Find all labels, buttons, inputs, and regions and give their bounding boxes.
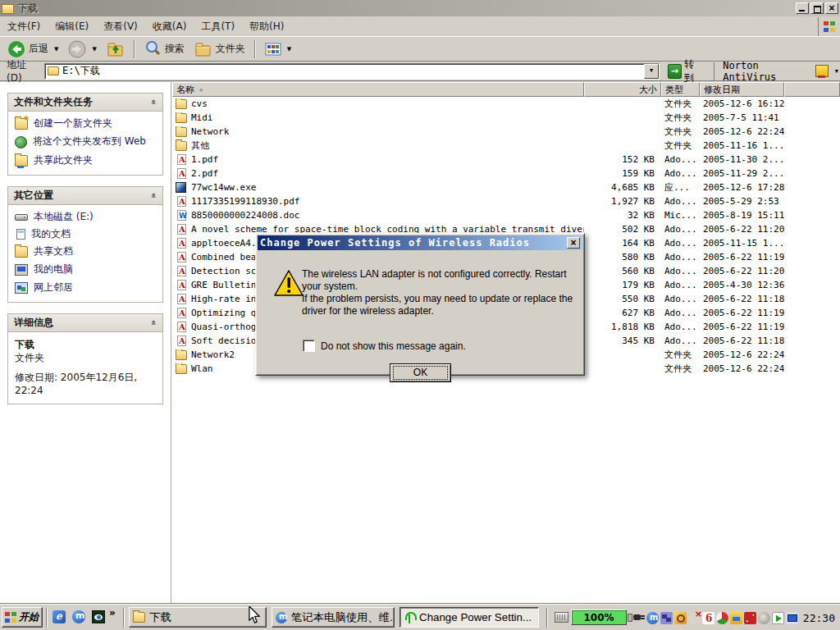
folders-button[interactable]: 文件夹 xyxy=(190,39,249,59)
task-button-2[interactable]: 笔记本电脑使用、维... xyxy=(272,607,395,628)
norton-antivirus-toolbar[interactable]: Norton AntiVirus xyxy=(714,62,838,80)
file-row[interactable]: 1.pdf152 KBAdo...2005-11-30 2... xyxy=(172,153,840,167)
network-connection-tray-icon[interactable] xyxy=(786,612,798,624)
file-row[interactable]: Network文件夹2005-12-6 22:24 xyxy=(172,125,840,139)
norton-dropdown-icon[interactable] xyxy=(833,66,838,77)
menu-item[interactable]: 查看(V) xyxy=(96,17,145,36)
column-header-date[interactable]: 修改日期 xyxy=(700,82,784,97)
column-header-filler xyxy=(784,82,840,97)
start-button[interactable]: 开始 xyxy=(2,607,43,628)
pdf-icon xyxy=(177,336,186,346)
forward-button[interactable] xyxy=(64,39,100,60)
restore-button[interactable] xyxy=(810,2,824,14)
search-tool-tray-icon[interactable] xyxy=(674,612,687,624)
pdf-icon xyxy=(177,266,186,276)
chevron-up-icon[interactable]: « xyxy=(148,193,159,199)
menu-item[interactable]: 编辑(E) xyxy=(48,17,96,36)
computer-icon xyxy=(15,264,28,276)
address-input[interactable]: E:\下载 ▼ xyxy=(44,63,660,80)
file-date: 2005-12-6 22:24 xyxy=(700,363,784,374)
battery-meter[interactable]: 100% xyxy=(571,609,627,625)
folders-icon xyxy=(194,41,212,57)
file-row[interactable]: Midi文件夹2005-7-5 11:41 xyxy=(172,111,840,125)
pdf-icon xyxy=(177,224,186,235)
sidebar-item-folder-new[interactable]: 创建一个新文件夹 xyxy=(15,117,158,130)
views-dropdown-icon[interactable] xyxy=(285,43,291,55)
file-row[interactable]: 其他文件夹2005-11-16 1... xyxy=(172,139,840,153)
back-button[interactable]: 后退 xyxy=(3,39,62,60)
menu-item[interactable]: 收藏(A) xyxy=(145,17,194,36)
pdf-icon xyxy=(177,154,186,165)
dialog-message-line1: The wireless LAN adapter is not configur… xyxy=(302,268,576,293)
sidebar-item-folder-share[interactable]: 共享此文件夹 xyxy=(15,154,158,167)
volume-tray-icon[interactable] xyxy=(758,612,770,624)
address-dropdown-button[interactable]: ▼ xyxy=(644,64,659,79)
sidebar-item-mydocs[interactable]: 我的文档 xyxy=(15,228,158,240)
dialog-close-button[interactable]: × xyxy=(567,237,580,249)
media-player-tray-icon[interactable] xyxy=(716,612,728,624)
file-name-cell: 2.pdf xyxy=(172,168,584,179)
chevron-up-icon[interactable]: « xyxy=(148,99,159,105)
window-titlebar[interactable]: 下载 xyxy=(0,0,840,16)
task-panel: 其它位置«本地磁盘 (E:)我的文档共享文档我的电脑网上邻居 xyxy=(7,186,163,303)
column-header-name[interactable]: 名称 xyxy=(172,82,584,97)
dialog-body: The wireless LAN adapter is not configur… xyxy=(256,252,584,373)
column-header-size[interactable]: 大小 xyxy=(584,82,661,97)
quick-launch-overflow-icon[interactable]: » xyxy=(109,607,116,619)
file-row[interactable]: 2.pdf159 KBAdo...2005-11-29 2... xyxy=(172,167,840,180)
quick-launch-mail[interactable] xyxy=(51,609,67,625)
toolbar: 后退 xyxy=(0,37,840,62)
file-size: 1,818 KB xyxy=(584,322,661,332)
close-button[interactable] xyxy=(825,2,838,14)
file-row[interactable]: 8850000000224008.doc32 KBMic...2005-8-19… xyxy=(172,208,840,222)
task-button-1[interactable]: 下载 xyxy=(129,607,267,628)
quick-launch-viewer[interactable] xyxy=(90,609,107,625)
views-button[interactable] xyxy=(261,40,295,58)
sidebar-item-globe[interactable]: 将这个文件夹发布到 Web xyxy=(15,135,158,148)
forward-dropdown-icon[interactable] xyxy=(89,43,96,55)
ok-button[interactable]: OK xyxy=(390,363,451,382)
sidebar-item-computer[interactable]: 我的电脑 xyxy=(15,263,158,276)
input-method-tray-icon[interactable] xyxy=(730,612,742,624)
file-size: 560 KB xyxy=(584,266,661,276)
sidebar-item-drive[interactable]: 本地磁盘 (E:) xyxy=(15,211,158,222)
quick-launch-maxthon[interactable] xyxy=(71,609,87,625)
task-panel-header[interactable]: 文件和文件夹任务« xyxy=(8,94,162,112)
sidebar-item-shareddocs[interactable]: 共享文档 xyxy=(15,245,158,258)
file-row[interactable]: 1117335199118930.pdf1,927 KBAdo...2005-5… xyxy=(172,194,840,208)
menu-item[interactable]: 帮助(H) xyxy=(242,17,291,36)
file-type: Ado... xyxy=(661,336,700,346)
views-icon xyxy=(265,42,281,57)
video-player-tray-icon[interactable] xyxy=(772,612,784,624)
keyboard-layout-icon[interactable] xyxy=(555,612,568,623)
pdf-icon xyxy=(177,294,186,304)
task-panel-header[interactable]: 其它位置« xyxy=(8,187,162,205)
sidebar-item-network[interactable]: 网上邻居 xyxy=(15,281,158,294)
task-button-3[interactable]: Change Power Settin... xyxy=(399,607,539,628)
minimize-button[interactable] xyxy=(796,2,809,14)
menu-item[interactable]: 工具(T) xyxy=(194,17,242,36)
task-panel-header[interactable]: 详细信息« xyxy=(8,314,162,332)
back-dropdown-icon[interactable] xyxy=(52,43,58,55)
network-places-tray-icon[interactable] xyxy=(660,612,673,624)
mouse-disabled-tray-icon[interactable] xyxy=(688,612,701,624)
file-date: 2005-6-22 11:19 xyxy=(700,252,784,262)
battery-percent: 100% xyxy=(583,612,614,623)
column-header-type[interactable]: 类型 xyxy=(661,82,700,97)
dont-show-again-checkbox[interactable] xyxy=(303,340,315,352)
file-date: 2005-4-30 12:36 xyxy=(700,280,784,290)
file-row[interactable]: cvs文件夹2005-12-6 16:12 xyxy=(172,97,840,111)
dialog-titlebar[interactable]: Change Power Settings of Wireless Radios… xyxy=(258,235,582,250)
sync-tool-tray-icon[interactable] xyxy=(744,612,756,624)
maxthon-tray-icon[interactable] xyxy=(646,612,659,624)
file-date: 2005-12-6 17:28 xyxy=(700,182,784,193)
clock[interactable]: 22:30 xyxy=(803,612,837,624)
file-date: 2005-6-22 11:18 xyxy=(700,336,784,346)
file-size: 4,685 KB xyxy=(584,182,661,193)
chevron-up-icon[interactable]: « xyxy=(148,320,159,326)
search-button[interactable]: 搜索 xyxy=(140,39,189,59)
menu-item[interactable]: 文件(F) xyxy=(0,17,48,36)
download-manager-tray-icon[interactable] xyxy=(702,612,714,624)
up-button[interactable] xyxy=(103,39,129,59)
file-row[interactable]: 77wc14ww.exe4,685 KB应...2005-12-6 17:28 xyxy=(172,180,840,194)
